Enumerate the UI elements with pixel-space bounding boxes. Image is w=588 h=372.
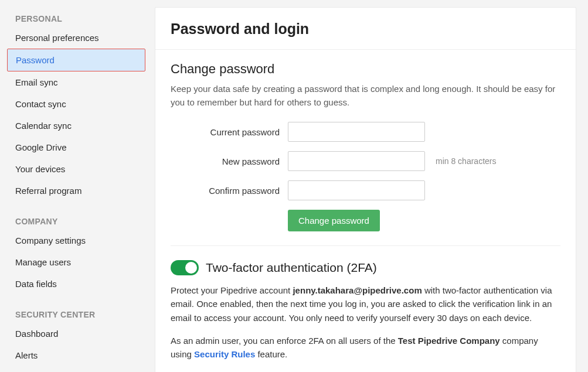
card-header: Password and login (155, 8, 576, 50)
sidebar-item-password[interactable]: Password (7, 49, 145, 71)
new-password-hint: min 8 characters (436, 156, 496, 166)
sidebar-item-data-fields[interactable]: Data fields (7, 273, 145, 295)
twofa-admin-suffix: feature. (255, 349, 287, 359)
sidebar-item-personal-preferences[interactable]: Personal preferences (7, 27, 145, 49)
new-password-row: New password min 8 characters (171, 151, 560, 171)
sidebar-section-personal: PERSONAL (7, 9, 145, 27)
sidebar-item-google-drive[interactable]: Google Drive (7, 136, 145, 158)
sidebar-section-company: COMPANY (7, 212, 145, 230)
sidebar-section-security-center: SECURITY CENTER (7, 305, 145, 323)
confirm-password-input[interactable] (288, 180, 425, 200)
sidebar-item-contact-sync[interactable]: Contact sync (7, 93, 145, 115)
current-password-input[interactable] (288, 122, 425, 142)
sidebar-item-calendar-sync[interactable]: Calendar sync (7, 115, 145, 136)
security-rules-link[interactable]: Security Rules (194, 349, 255, 359)
card-body: Change password Keep your data safe by c… (155, 50, 576, 372)
settings-sidebar: PERSONAL Personal preferences Password E… (0, 0, 152, 372)
twofa-description: Protect your Pipedrive account jenny.tak… (171, 284, 560, 325)
twofa-header: Two-factor authentication (2FA) (171, 260, 560, 275)
change-password-description: Keep your data safe by creating a passwo… (171, 83, 560, 109)
new-password-input[interactable] (288, 151, 425, 171)
sidebar-item-your-devices[interactable]: Your devices (7, 158, 145, 180)
current-password-row: Current password (171, 122, 560, 142)
sidebar-item-manage-users[interactable]: Manage users (7, 251, 145, 273)
sidebar-item-email-sync[interactable]: Email sync (7, 71, 145, 93)
confirm-password-row: Confirm password (171, 180, 560, 200)
twofa-title: Two-factor authentication (2FA) (206, 261, 377, 275)
twofa-admin-prefix: As an admin user, you can enforce 2FA on… (171, 336, 398, 346)
twofa-desc-prefix: Protect your Pipedrive account (171, 285, 293, 295)
twofa-account-email: jenny.takahara@pipedrive.com (293, 285, 422, 295)
sidebar-item-dashboard[interactable]: Dashboard (7, 323, 145, 344)
page-title: Password and login (171, 21, 560, 37)
current-password-label: Current password (171, 127, 288, 137)
section-divider (171, 245, 560, 246)
sidebar-item-alerts[interactable]: Alerts (7, 344, 145, 366)
new-password-label: New password (171, 156, 288, 166)
twofa-company-name: Test Pipedrive Company (398, 336, 500, 346)
main-content: Password and login Change password Keep … (152, 0, 588, 372)
confirm-password-label: Confirm password (171, 186, 288, 196)
change-password-actions: Change password (288, 210, 560, 231)
sidebar-item-referral-program[interactable]: Referral program (7, 180, 145, 202)
sidebar-item-company-settings[interactable]: Company settings (7, 230, 145, 251)
twofa-admin-note: As an admin user, you can enforce 2FA on… (171, 334, 560, 361)
change-password-title: Change password (171, 62, 560, 77)
twofa-toggle[interactable] (171, 260, 199, 275)
toggle-knob-icon (185, 262, 197, 274)
change-password-button[interactable]: Change password (288, 210, 380, 231)
settings-card: Password and login Change password Keep … (155, 7, 576, 372)
